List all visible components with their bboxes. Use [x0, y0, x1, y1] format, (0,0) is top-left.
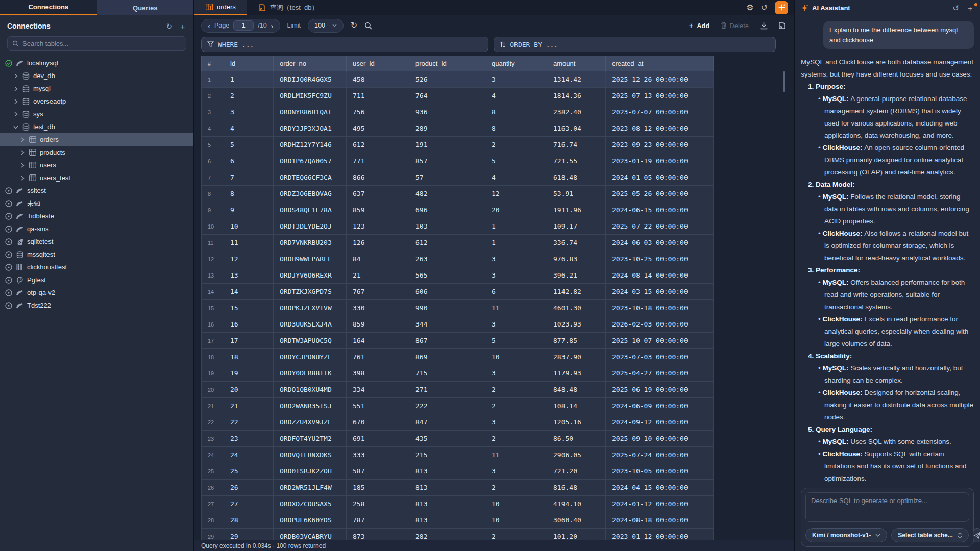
- sidebar-search[interactable]: [7, 36, 186, 51]
- row-number-cell[interactable]: 20: [202, 382, 224, 398]
- limit-select[interactable]: 100: [308, 19, 344, 33]
- cell-amount[interactable]: 86.50: [547, 431, 606, 447]
- cell-quantity[interactable]: 5: [485, 333, 547, 349]
- table-row[interactable]: 2424ORDVQIFBNXDKS333215112906.052025-07-…: [202, 447, 714, 463]
- cell-order_no[interactable]: ORDZZU4XV9JZE: [274, 414, 347, 431]
- cell-quantity[interactable]: 3: [485, 414, 547, 431]
- cell-id[interactable]: 23: [224, 431, 274, 447]
- cell-amount[interactable]: 53.91: [547, 186, 606, 202]
- cell-order_no[interactable]: ORDH9WWFPARLL: [274, 251, 347, 267]
- cell-created_at[interactable]: 2024-06-03 00:00:00: [606, 235, 714, 251]
- cell-user_id[interactable]: 691: [347, 431, 409, 447]
- cell-order_no[interactable]: ORD1P67QA0057: [274, 153, 347, 169]
- cell-product_id[interactable]: 191: [409, 137, 485, 153]
- cell-order_no[interactable]: ORDT3DLYDE2OJ: [274, 218, 347, 235]
- table-row[interactable]: 2727ORDXDZCOUSAX5258813104194.102024-01-…: [202, 496, 714, 512]
- row-number-cell[interactable]: 14: [202, 284, 224, 300]
- cell-product_id[interactable]: 990: [409, 300, 485, 316]
- cell-product_id[interactable]: 869: [409, 349, 485, 365]
- cell-product_id[interactable]: 271: [409, 382, 485, 398]
- table-row[interactable]: 2929ORDB03VCABRYU8732822101.202023-01-12…: [202, 529, 714, 540]
- cell-user_id[interactable]: 164: [347, 333, 409, 349]
- cell-created_at[interactable]: 2025-09-10 00:00:00: [606, 431, 714, 447]
- cell-user_id[interactable]: 398: [347, 365, 409, 382]
- cell-id[interactable]: 6: [224, 153, 274, 169]
- row-number-cell[interactable]: 19: [202, 365, 224, 382]
- cell-quantity[interactable]: 2: [485, 382, 547, 398]
- row-number-cell[interactable]: 12: [202, 251, 224, 267]
- cell-id[interactable]: 13: [224, 267, 274, 284]
- cell-id[interactable]: 3: [224, 104, 274, 120]
- row-number-cell[interactable]: 13: [202, 267, 224, 284]
- order-by-input[interactable]: ORDER BY ...: [494, 37, 776, 52]
- row-number-cell[interactable]: 21: [202, 398, 224, 414]
- cell-amount[interactable]: 721.55: [547, 153, 606, 169]
- cell-amount[interactable]: 3060.40: [547, 512, 606, 529]
- cell-product_id[interactable]: 612: [409, 235, 485, 251]
- tree-item-clickhousttest[interactable]: clickhousttest: [0, 261, 193, 273]
- cell-user_id[interactable]: 637: [347, 186, 409, 202]
- cell-created_at[interactable]: 2025-07-22 00:00:00: [606, 218, 714, 235]
- cell-amount[interactable]: 618.48: [547, 169, 606, 186]
- cell-product_id[interactable]: 764: [409, 88, 485, 104]
- cell-product_id[interactable]: 289: [409, 120, 485, 137]
- search-grid-icon[interactable]: [364, 22, 372, 30]
- cell-quantity[interactable]: 3: [485, 463, 547, 480]
- cell-user_id[interactable]: 551: [347, 398, 409, 414]
- cell-created_at[interactable]: 2024-01-12 00:00:00: [606, 496, 714, 512]
- ai-history-icon[interactable]: ↺: [952, 4, 959, 12]
- cell-product_id[interactable]: 696: [409, 202, 485, 218]
- cell-quantity[interactable]: 6: [485, 284, 547, 300]
- cell-order_no[interactable]: ORD0ISRJK2ZOH: [274, 463, 347, 480]
- cell-id[interactable]: 22: [224, 414, 274, 431]
- table-row[interactable]: 1414ORDTZKJXGPD7S76760661142.822024-03-1…: [202, 284, 714, 300]
- row-number-cell[interactable]: 3: [202, 104, 224, 120]
- table-row[interactable]: 2323ORDFQT4YU2TM2691435286.502025-09-10 …: [202, 431, 714, 447]
- cell-created_at[interactable]: 2025-07-13 00:00:00: [606, 88, 714, 104]
- cell-order_no[interactable]: ORDLMIK5FC9ZU: [274, 88, 347, 104]
- cell-order_no[interactable]: ORDIJQ0R4GGX5: [274, 71, 347, 88]
- cell-amount[interactable]: 336.74: [547, 235, 606, 251]
- cell-created_at[interactable]: 2023-10-05 00:00:00: [606, 463, 714, 480]
- cell-quantity[interactable]: 8: [485, 120, 547, 137]
- cell-id[interactable]: 2: [224, 88, 274, 104]
- history-icon[interactable]: ↺: [761, 4, 768, 12]
- cell-id[interactable]: 21: [224, 398, 274, 414]
- cell-amount[interactable]: 2837.90: [547, 349, 606, 365]
- add-connection-icon[interactable]: ＋: [179, 22, 186, 30]
- table-row[interactable]: 2525ORD0ISRJK2ZOH5878133721.202023-10-05…: [202, 463, 714, 480]
- cell-user_id[interactable]: 767: [347, 284, 409, 300]
- cell-id[interactable]: 1: [224, 71, 274, 88]
- cell-order_no[interactable]: ORDB03VCABRYU: [274, 529, 347, 540]
- column-header-num[interactable]: #: [202, 56, 224, 71]
- cell-order_no[interactable]: ORDXDZCOUSAX5: [274, 496, 347, 512]
- cell-quantity[interactable]: 2: [485, 137, 547, 153]
- cell-user_id[interactable]: 711: [347, 88, 409, 104]
- cell-id[interactable]: 20: [224, 382, 274, 398]
- cell-quantity[interactable]: 4: [485, 88, 547, 104]
- cell-created_at[interactable]: 2023-10-18 00:00:00: [606, 300, 714, 316]
- cell-order_no[interactable]: ORDYCJPONUYZE: [274, 349, 347, 365]
- cell-id[interactable]: 15: [224, 300, 274, 316]
- cell-amount[interactable]: 2382.40: [547, 104, 606, 120]
- cell-order_no[interactable]: ORDZ3O6EBOVAG: [274, 186, 347, 202]
- cell-quantity[interactable]: 3: [485, 316, 547, 333]
- cell-amount[interactable]: 1911.96: [547, 202, 606, 218]
- delete-row-button[interactable]: Delete: [721, 22, 749, 30]
- cell-id[interactable]: 25: [224, 463, 274, 480]
- search-input[interactable]: [22, 40, 181, 47]
- cell-order_no[interactable]: ORDJYV6O6REXR: [274, 267, 347, 284]
- row-number-cell[interactable]: 17: [202, 333, 224, 349]
- tab-connections[interactable]: Connections: [0, 0, 97, 15]
- prev-page-button[interactable]: ‹: [208, 22, 210, 30]
- row-number-cell[interactable]: 7: [202, 169, 224, 186]
- cell-quantity[interactable]: 4: [485, 169, 547, 186]
- table-row[interactable]: 1313ORDJYV6O6REXR215653396.212024-08-14 …: [202, 267, 714, 284]
- cell-user_id[interactable]: 334: [347, 382, 409, 398]
- cell-created_at[interactable]: 2024-08-18 00:00:00: [606, 512, 714, 529]
- settings-gear-icon[interactable]: ⚙: [746, 4, 753, 12]
- refresh-grid-icon[interactable]: ↻: [351, 21, 357, 30]
- cell-created_at[interactable]: 2023-08-12 00:00:00: [606, 120, 714, 137]
- column-header-amount[interactable]: amount: [547, 56, 606, 71]
- cell-created_at[interactable]: 2024-08-14 00:00:00: [606, 267, 714, 284]
